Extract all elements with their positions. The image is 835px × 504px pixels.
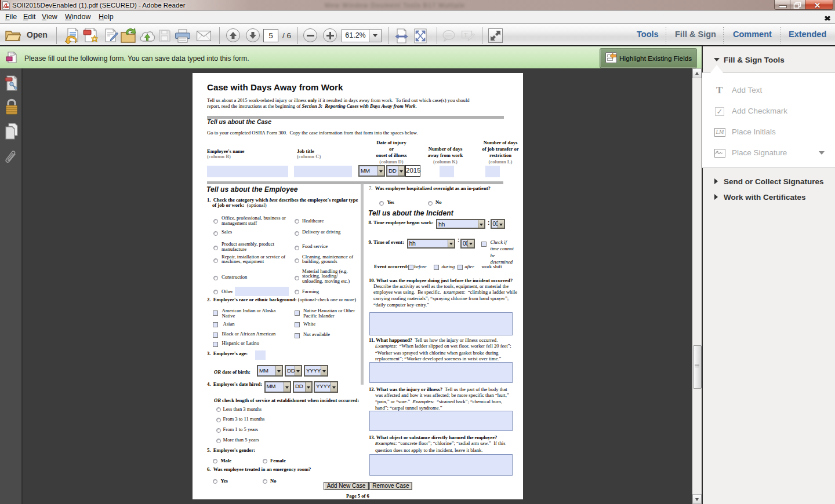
svg-text:T: T xyxy=(464,32,467,38)
